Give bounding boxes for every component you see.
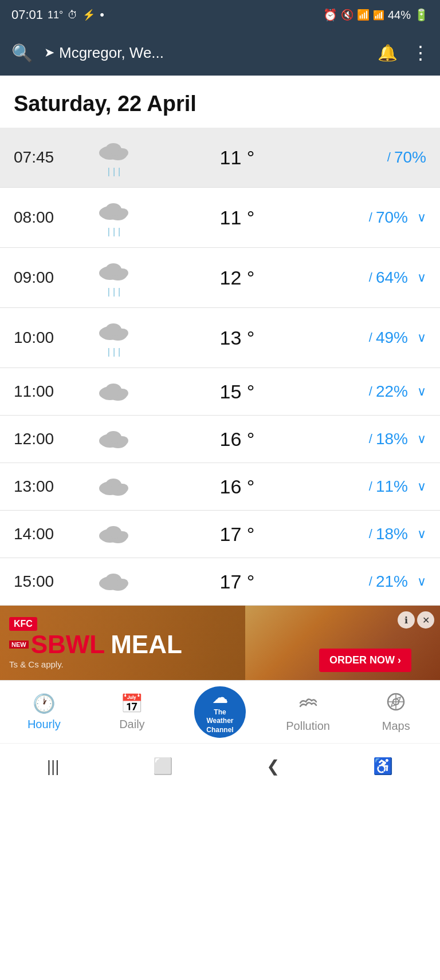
bell-icon[interactable]: 🔔 bbox=[378, 44, 398, 62]
svg-point-4 bbox=[117, 148, 128, 157]
cloud-icon: | | | bbox=[97, 318, 131, 357]
hour-precip: / 21% ∨ bbox=[335, 572, 426, 591]
mute-icon: 🔇 bbox=[341, 9, 353, 21]
precip-value: 18% bbox=[376, 525, 408, 543]
hourly-row[interactable]: 09:00 | | | 12 ° / 64% ∨ bbox=[0, 248, 440, 308]
raindrop-icon: / bbox=[369, 210, 372, 225]
ad-meal: MEAL bbox=[111, 632, 182, 657]
cloud-icon bbox=[97, 473, 131, 500]
kfc-logo: KFC bbox=[9, 617, 37, 631]
hourly-row[interactable]: 11:00 15 ° / 22% ∨ bbox=[0, 368, 440, 416]
nav-item-pollution[interactable]: Pollution bbox=[264, 691, 352, 733]
hourly-row[interactable]: 15:00 17 ° / 21% ∨ bbox=[0, 558, 440, 606]
weather-icon bbox=[88, 473, 140, 500]
precip-value: 18% bbox=[376, 430, 408, 448]
ad-banner: KFC NEW SBWL MEAL Ts & Cs apply. ORDER N… bbox=[0, 606, 440, 680]
svg-point-19 bbox=[117, 329, 128, 338]
bottom-nav: 🕐 Hourly 📅 Daily ☁ TheWeatherChannel Pol… bbox=[0, 680, 440, 743]
cloud-icon: | | | bbox=[97, 258, 131, 297]
raindrop-icon: / bbox=[387, 150, 391, 165]
home-button[interactable]: ⬜ bbox=[153, 757, 173, 776]
weather-icon bbox=[88, 378, 140, 405]
menu-icon[interactable]: ⋮ bbox=[411, 42, 429, 64]
expand-icon: ∨ bbox=[417, 574, 426, 589]
svg-point-3 bbox=[99, 148, 112, 158]
precip-value: 70% bbox=[394, 148, 426, 167]
menu-button[interactable]: ||| bbox=[47, 757, 60, 776]
hour-precip: / 18% ∨ bbox=[335, 430, 426, 448]
status-bar: 07:01 11° ⏱ ⚡ • ⏰ 🔇 📶 📶 44% 🔋 bbox=[0, 0, 440, 30]
status-right: ⏰ 🔇 📶 📶 44% 🔋 bbox=[323, 8, 429, 22]
precip-value: 70% bbox=[376, 208, 408, 227]
cloud-icon: | | | bbox=[97, 138, 131, 177]
nav-item-twc[interactable]: ☁ TheWeatherChannel bbox=[176, 686, 264, 738]
precip-value: 22% bbox=[376, 382, 408, 401]
location-arrow-icon: ➤ bbox=[44, 45, 54, 60]
svg-point-9 bbox=[117, 208, 128, 218]
hour-precip: / 22% ∨ bbox=[335, 382, 426, 401]
hourly-row[interactable]: 12:00 16 ° / 18% ∨ bbox=[0, 416, 440, 463]
twc-icon: ☁ bbox=[213, 689, 227, 707]
nav-item-hourly[interactable]: 🕐 Hourly bbox=[0, 693, 88, 731]
raindrop-icon: / bbox=[369, 330, 372, 345]
svg-point-34 bbox=[117, 484, 128, 493]
svg-point-23 bbox=[99, 388, 112, 398]
hour-temp: 11 ° bbox=[140, 207, 335, 229]
lightning-icon: ⚡ bbox=[82, 9, 95, 21]
system-nav: ||| ⬜ ❮ ♿ bbox=[0, 743, 440, 789]
hourly-row[interactable]: 10:00 | | | 13 ° / 49% ∨ bbox=[0, 308, 440, 368]
hour-precip: / 49% ∨ bbox=[335, 329, 426, 347]
hour-time: 10:00 bbox=[14, 329, 88, 347]
hour-precip: / 11% ∨ bbox=[335, 477, 426, 496]
nav-location[interactable]: ➤ Mcgregor, We... bbox=[44, 44, 366, 62]
wifi-icon: 📶 bbox=[357, 9, 370, 21]
pollution-icon bbox=[298, 691, 319, 716]
ad-close-button[interactable]: ✕ bbox=[417, 611, 434, 629]
raindrop-icon: / bbox=[369, 432, 372, 446]
cloud-icon: | | | bbox=[97, 198, 131, 237]
nav-item-maps[interactable]: Maps bbox=[352, 691, 440, 733]
hour-temp: 15 ° bbox=[140, 381, 335, 403]
svg-point-44 bbox=[117, 579, 128, 588]
back-button[interactable]: ❮ bbox=[266, 757, 280, 776]
raindrop-icon: / bbox=[369, 479, 372, 494]
hourly-row[interactable]: 13:00 16 ° / 11% ∨ bbox=[0, 463, 440, 511]
hour-precip: / 18% ∨ bbox=[335, 525, 426, 543]
hour-time: 09:00 bbox=[14, 268, 88, 287]
hourly-row[interactable]: 08:00 | | | 11 ° / 70% ∨ bbox=[0, 188, 440, 248]
ad-sbwl: SBWL bbox=[31, 632, 105, 657]
svg-point-43 bbox=[99, 578, 112, 588]
hour-temp: 17 ° bbox=[140, 523, 335, 546]
nav-bar: 🔍 ➤ Mcgregor, We... 🔔 ⋮ bbox=[0, 30, 440, 76]
weather-icon bbox=[88, 568, 140, 595]
ad-sbwl-red: SBWL bbox=[31, 630, 105, 658]
status-left: 07:01 11° ⏱ ⚡ • bbox=[11, 7, 104, 22]
signal-icon: 📶 bbox=[373, 10, 384, 21]
nav-right-icons: 🔔 ⋮ bbox=[378, 42, 429, 64]
search-icon[interactable]: 🔍 bbox=[11, 43, 33, 63]
order-now-button[interactable]: ORDER NOW › bbox=[319, 649, 411, 672]
hour-time: 11:00 bbox=[14, 382, 88, 401]
svg-point-29 bbox=[117, 436, 128, 445]
ad-info-button[interactable]: ℹ bbox=[398, 611, 415, 629]
raindrop-icon: / bbox=[369, 527, 372, 542]
weather-icon bbox=[88, 521, 140, 547]
svg-point-8 bbox=[99, 208, 112, 218]
daily-label: Daily bbox=[119, 718, 144, 731]
svg-point-38 bbox=[99, 531, 112, 541]
date-title: Saturday, 22 April bbox=[14, 92, 426, 116]
hour-time: 08:00 bbox=[14, 208, 88, 227]
screen-record-icon: ⏱ bbox=[68, 9, 78, 21]
accessibility-button[interactable]: ♿ bbox=[373, 757, 393, 776]
hour-precip: / 70% bbox=[335, 148, 426, 167]
nav-item-daily[interactable]: 📅 Daily bbox=[88, 693, 176, 731]
expand-icon: ∨ bbox=[417, 270, 426, 285]
hourly-row[interactable]: 14:00 17 ° / 18% ∨ bbox=[0, 511, 440, 558]
twc-label: TheWeatherChannel bbox=[206, 708, 233, 735]
hour-time: 15:00 bbox=[14, 572, 88, 591]
hour-temp: 13 ° bbox=[140, 327, 335, 349]
new-badge: NEW bbox=[9, 641, 29, 649]
precip-value: 11% bbox=[376, 477, 408, 496]
weather-channel-button[interactable]: ☁ TheWeatherChannel bbox=[194, 686, 246, 738]
weather-icon: | | | bbox=[88, 318, 140, 357]
